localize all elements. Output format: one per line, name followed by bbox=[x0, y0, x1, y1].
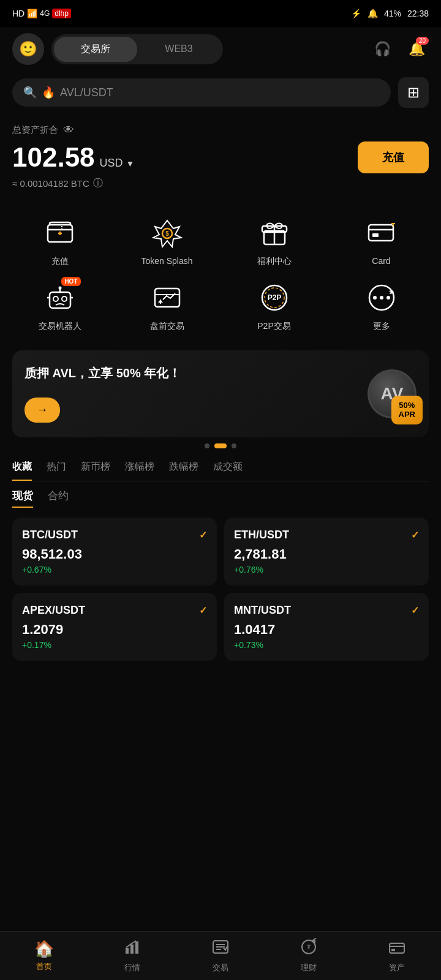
header: 🙂 交易所 WEB3 🎧 🔔 20 bbox=[0, 27, 441, 71]
action-p2p-label: P2P交易 bbox=[257, 321, 290, 332]
type-tabs: 现货 合约 bbox=[12, 481, 429, 510]
banner-arrow-button[interactable]: → bbox=[24, 398, 60, 423]
svg-point-10 bbox=[62, 296, 67, 301]
assets-icon bbox=[388, 938, 405, 960]
tab-web3[interactable]: WEB3 bbox=[137, 37, 221, 62]
eth-change: +0.76% bbox=[234, 565, 419, 575]
nav-assets-label: 资产 bbox=[389, 962, 405, 973]
svg-rect-26 bbox=[390, 943, 404, 953]
filter-hot[interactable]: 热门 bbox=[47, 461, 66, 481]
eye-icon[interactable]: 👁 bbox=[63, 124, 74, 137]
svg-text:$: $ bbox=[165, 230, 169, 237]
eth-checkmark: ✓ bbox=[411, 529, 419, 541]
market-grid: BTC/USDT ✓ 98,512.03 +0.67% ETH/USDT ✓ 2… bbox=[0, 510, 441, 668]
wallet-icon-wrap bbox=[42, 214, 78, 251]
type-contract[interactable]: 合约 bbox=[48, 489, 69, 508]
action-recharge[interactable]: 充值 bbox=[6, 208, 113, 273]
filter-losers[interactable]: 跌幅榜 bbox=[169, 461, 198, 481]
eth-price: 2,781.81 bbox=[234, 546, 419, 562]
tab-exchange[interactable]: 交易所 bbox=[54, 37, 137, 62]
recharge-button[interactable]: 充值 bbox=[358, 141, 429, 173]
btc-change: +0.67% bbox=[22, 565, 207, 575]
card-icon-wrap bbox=[363, 214, 400, 251]
svg-point-11 bbox=[58, 287, 61, 290]
action-more-label: 更多 bbox=[373, 321, 390, 332]
avatar[interactable]: 🙂 bbox=[12, 33, 44, 65]
svg-rect-27 bbox=[391, 949, 395, 951]
more-icon bbox=[366, 282, 397, 313]
clock: 22:38 bbox=[407, 9, 429, 18]
btc-pair: BTC/USDT ✓ bbox=[22, 529, 207, 541]
market-card-eth[interactable]: ETH/USDT ✓ 2,781.81 +0.76% bbox=[224, 518, 429, 586]
bot-icon bbox=[45, 282, 75, 313]
header-icons: 🎧 🔔 20 bbox=[370, 37, 429, 61]
card-icon bbox=[366, 217, 397, 248]
action-token-splash[interactable]: $ Token Splash bbox=[113, 208, 221, 273]
token-splash-icon-wrap: $ bbox=[149, 214, 186, 251]
dot-3 bbox=[232, 443, 236, 448]
banner-apr: 50%APR bbox=[391, 396, 423, 424]
banner-left: 质押 AVL，立享 50% 年化！ → bbox=[24, 365, 181, 423]
tab-group: 交易所 WEB3 bbox=[51, 34, 223, 64]
info-icon: ⓘ bbox=[93, 177, 103, 190]
assets-row: 102.58 USD ▼ 充值 bbox=[12, 141, 429, 173]
action-trading-bot[interactable]: HOT 交易机器人 bbox=[6, 273, 113, 338]
headset-button[interactable]: 🎧 bbox=[370, 37, 394, 61]
svg-rect-20 bbox=[126, 948, 129, 954]
action-welfare-label: 福利中心 bbox=[257, 256, 292, 267]
headset-icon: 🎧 bbox=[374, 41, 391, 57]
currency-dropdown[interactable]: ▼ bbox=[126, 159, 135, 168]
quick-actions-row1: 充值 $ Token Splash 福利中心 bbox=[0, 196, 441, 344]
svg-point-19 bbox=[386, 296, 390, 300]
dot-1 bbox=[205, 443, 209, 448]
svg-rect-12 bbox=[155, 288, 179, 307]
type-spot[interactable]: 现货 bbox=[12, 489, 33, 508]
filter-favorites[interactable]: 收藏 bbox=[12, 461, 32, 481]
finance-icon: ₮ bbox=[300, 938, 317, 960]
mnt-change: +0.73% bbox=[234, 640, 419, 650]
nav-assets[interactable]: 资产 bbox=[353, 932, 441, 980]
svg-text:P2P: P2P bbox=[267, 293, 281, 302]
action-pre-trade[interactable]: 盘前交易 bbox=[113, 273, 221, 338]
svg-rect-8 bbox=[50, 292, 70, 308]
market-tabs: 收藏 热门 新币榜 涨幅榜 跌幅榜 成交额 现货 合约 bbox=[0, 451, 441, 510]
filter-volume[interactable]: 成交额 bbox=[213, 461, 243, 481]
nav-market-label: 行情 bbox=[124, 962, 140, 973]
filter-new[interactable]: 新币榜 bbox=[81, 461, 110, 481]
qr-scan-button[interactable]: ⊞ bbox=[398, 77, 429, 108]
eth-pair: ETH/USDT ✓ bbox=[234, 529, 419, 541]
filter-gainers[interactable]: 涨幅榜 bbox=[125, 461, 154, 481]
assets-btc-equiv: ≈ 0.00104182 BTC ⓘ bbox=[12, 177, 429, 190]
nav-trade[interactable]: 交易 bbox=[176, 932, 265, 980]
pretrade-icon bbox=[152, 282, 183, 313]
token-splash-icon: $ bbox=[152, 217, 183, 248]
more-icon-wrap bbox=[363, 279, 400, 316]
nav-home[interactable]: 🏠 首页 bbox=[0, 932, 88, 980]
svg-rect-21 bbox=[130, 944, 134, 954]
action-card[interactable]: Card bbox=[328, 208, 435, 273]
mnt-pair: MNT/USDT ✓ bbox=[234, 604, 419, 617]
p2p-icon-wrap: P2P bbox=[256, 279, 293, 316]
market-card-apex[interactable]: APEX/USDT ✓ 1.2079 +0.17% bbox=[12, 593, 217, 661]
svg-point-17 bbox=[373, 296, 377, 300]
market-card-btc[interactable]: BTC/USDT ✓ 98,512.03 +0.67% bbox=[12, 518, 217, 586]
p2p-icon: P2P bbox=[259, 282, 290, 313]
market-card-mnt[interactable]: MNT/USDT ✓ 1.0417 +0.73% bbox=[224, 593, 429, 661]
banner-dots bbox=[0, 443, 441, 448]
nav-finance[interactable]: ₮ 理财 bbox=[265, 932, 353, 980]
search-bar: 🔍 🔥 AVL/USDT ⊞ bbox=[12, 77, 429, 108]
action-p2p[interactable]: P2P P2P交易 bbox=[221, 273, 328, 338]
banner-section[interactable]: 质押 AVL，立享 50% 年化！ → AV 50%APR bbox=[12, 350, 429, 437]
action-card-label: Card bbox=[372, 256, 390, 266]
hd-indicator: HD bbox=[12, 9, 24, 18]
action-recharge-label: 充值 bbox=[51, 256, 69, 267]
action-welfare[interactable]: 福利中心 bbox=[221, 208, 328, 273]
nav-home-label: 首页 bbox=[36, 961, 52, 972]
search-input-wrap[interactable]: 🔍 🔥 AVL/USDT bbox=[12, 78, 391, 107]
banner-text: 质押 AVL，立享 50% 年化！ bbox=[24, 365, 181, 382]
notification-button[interactable]: 🔔 20 bbox=[404, 37, 429, 61]
search-icon: 🔍 bbox=[23, 86, 37, 99]
action-more[interactable]: 更多 bbox=[328, 273, 435, 338]
nav-market[interactable]: 行情 bbox=[88, 932, 176, 980]
apex-change: +0.17% bbox=[22, 640, 207, 650]
